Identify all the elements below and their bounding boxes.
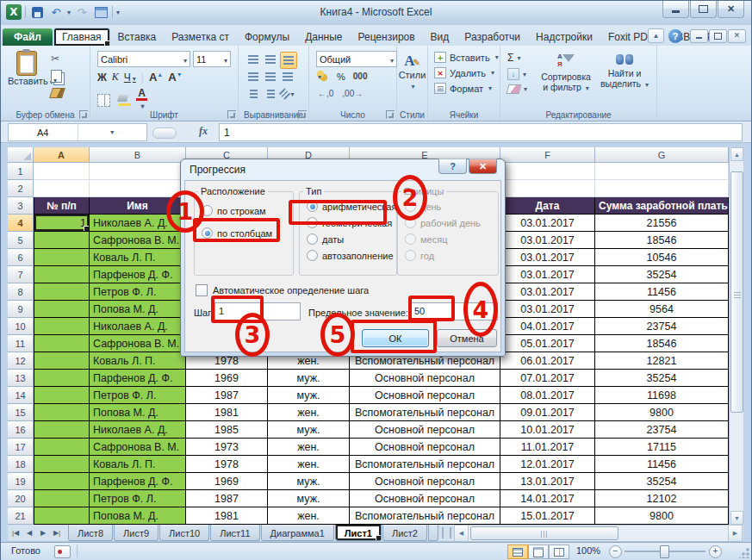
sort-filter-button[interactable]: АЯ Сортировка и фильтр — [538, 53, 594, 94]
row-header-2[interactable]: 2 — [8, 180, 34, 197]
cell-A15[interactable] — [34, 404, 90, 421]
cell-C14[interactable]: 1987 — [186, 387, 268, 404]
cell-G8[interactable]: 11456 — [595, 283, 729, 301]
prev-sheet-icon[interactable]: ◀ — [23, 529, 35, 537]
cell-C17[interactable]: 1973 — [186, 439, 268, 456]
column-header-B[interactable]: B — [90, 147, 186, 163]
save-icon[interactable] — [29, 4, 45, 20]
cell-C16[interactable]: 1985 — [186, 421, 268, 439]
cell-A10[interactable] — [34, 318, 90, 335]
cell-D21[interactable]: жен. — [268, 507, 350, 525]
insert-cells-button[interactable]: +Вставить — [434, 52, 499, 63]
row-header-17[interactable]: 17 — [8, 439, 34, 456]
delete-cells-button[interactable]: ×Удалить — [434, 67, 499, 78]
cell-D13[interactable]: муж. — [268, 370, 350, 387]
cut-icon[interactable]: ✂ — [51, 53, 64, 65]
cell-F9[interactable]: 03.01.2017 — [500, 301, 595, 318]
font-color-icon[interactable]: А — [136, 89, 147, 111]
cell-F2[interactable] — [500, 180, 595, 197]
cell-G3[interactable]: Сумма заработной платы — [595, 197, 729, 215]
ribbon-tab-Данные[interactable]: Данные — [297, 28, 350, 46]
cell-E13[interactable]: Основной персонал — [350, 370, 500, 387]
cell-B7[interactable]: Парфенов Д. Ф. — [90, 266, 186, 283]
align-center-icon[interactable] — [263, 69, 278, 84]
cell-D20[interactable]: муж. — [268, 490, 350, 507]
cell-D14[interactable]: муж. — [268, 387, 350, 404]
insert-function-icon[interactable]: fx — [199, 125, 208, 138]
scroll-down-icon[interactable]: ▼ — [730, 511, 743, 525]
cell-B6[interactable]: Коваль Л. П. — [90, 249, 186, 266]
cell-G13[interactable]: 35254 — [595, 370, 729, 387]
cell-B18[interactable]: Коваль Л. П. — [90, 456, 186, 473]
cell-A19[interactable] — [34, 473, 90, 490]
cell-B20[interactable]: Петров Ф. Л. — [90, 490, 186, 507]
cell-A11[interactable] — [34, 335, 90, 352]
close-button[interactable]: ✕ — [718, 1, 744, 18]
cell-A5[interactable] — [34, 232, 90, 249]
cell-B21[interactable]: Попова М. Д. — [90, 507, 186, 525]
workbook-minimize-button[interactable] — [690, 29, 708, 43]
normal-view-button[interactable] — [507, 544, 528, 559]
clear-button[interactable] — [507, 84, 527, 94]
percent-style-button[interactable]: % — [337, 72, 345, 82]
cell-G2[interactable] — [595, 180, 729, 197]
cell-B15[interactable]: Попова М. Д. — [90, 404, 186, 421]
cell-A16[interactable] — [34, 421, 90, 439]
cell-E17[interactable]: Основной персонал — [350, 439, 500, 456]
row-header-18[interactable]: 18 — [8, 456, 34, 473]
cell-C20[interactable]: 1987 — [186, 490, 268, 507]
row-header-11[interactable]: 11 — [8, 335, 34, 352]
cell-G6[interactable]: 10546 — [595, 249, 729, 266]
cell-G9[interactable]: 9564 — [595, 301, 729, 318]
minimize-ribbon-icon[interactable]: ▲ — [648, 28, 664, 43]
page-layout-view-button[interactable] — [528, 544, 549, 559]
ribbon-tab-Главная[interactable]: Главная — [53, 28, 110, 46]
cell-A12[interactable] — [34, 352, 90, 370]
cell-G7[interactable]: 35254 — [595, 266, 729, 283]
bold-button[interactable]: Ж — [97, 72, 107, 84]
cell-A6[interactable] — [34, 249, 90, 266]
sheet-tab-Лист2[interactable]: Лист2 — [382, 525, 427, 541]
name-box[interactable]: A4▼ — [8, 123, 147, 141]
dialog-help-button[interactable]: ? — [438, 159, 467, 174]
cell-G18[interactable]: 11456 — [595, 456, 729, 473]
page-break-view-button[interactable] — [549, 544, 569, 559]
zoom-slider-thumb[interactable] — [660, 545, 669, 558]
table-tool-icon[interactable] — [93, 4, 109, 20]
cell-F11[interactable]: 05.01.2017 — [500, 335, 595, 352]
name-box-dropdown-icon[interactable]: ▼ — [78, 124, 147, 140]
row-header-20[interactable]: 20 — [8, 490, 34, 507]
resize-grip[interactable] — [739, 548, 749, 558]
cell-F7[interactable]: 03.01.2017 — [500, 266, 595, 283]
radio-dates[interactable]: даты — [307, 231, 396, 247]
row-header-5[interactable]: 5 — [8, 232, 34, 249]
minimize-button[interactable] — [662, 1, 689, 18]
cell-A1[interactable] — [34, 163, 90, 180]
vertical-scrollbar-thumb[interactable] — [730, 171, 743, 413]
cell-B13[interactable]: Парфенов Д. Ф. — [90, 370, 186, 387]
ribbon-tab-Формулы[interactable]: Формулы — [237, 28, 297, 46]
zoom-out-icon[interactable]: − — [609, 545, 622, 558]
underline-button[interactable]: Ч — [124, 72, 136, 84]
cell-F15[interactable]: 09.01.2017 — [500, 404, 595, 421]
ribbon-tab-Рецензиров[interactable]: Рецензиров — [350, 28, 422, 46]
fill-color-icon[interactable] — [117, 95, 129, 106]
italic-button[interactable]: К — [112, 71, 119, 84]
cell-A21[interactable] — [34, 507, 90, 525]
dialog-close-button[interactable]: ✕ — [469, 159, 497, 174]
cell-E14[interactable]: Основной персонал — [350, 387, 500, 404]
macro-record-icon[interactable] — [54, 545, 71, 558]
scroll-up-icon[interactable]: ▲ — [730, 147, 743, 161]
cell-E18[interactable]: Вспомогательный персонал — [350, 456, 500, 473]
cell-E21[interactable]: Вспомогательный персонал — [350, 507, 500, 525]
cell-A20[interactable] — [34, 490, 90, 507]
align-left-icon[interactable] — [245, 69, 261, 84]
cell-D16[interactable]: муж. — [268, 421, 350, 439]
cell-A7[interactable] — [34, 266, 90, 283]
last-sheet-icon[interactable]: ▶| — [51, 529, 63, 537]
decrease-font-icon[interactable]: А▼ — [168, 71, 182, 84]
alignment-dialog-launcher-icon[interactable] — [298, 110, 307, 119]
radio-autofill[interactable]: автозаполнение — [307, 247, 396, 264]
cell-E20[interactable]: Основной персонал — [350, 490, 500, 507]
row-header-4[interactable]: 4 — [8, 215, 34, 232]
